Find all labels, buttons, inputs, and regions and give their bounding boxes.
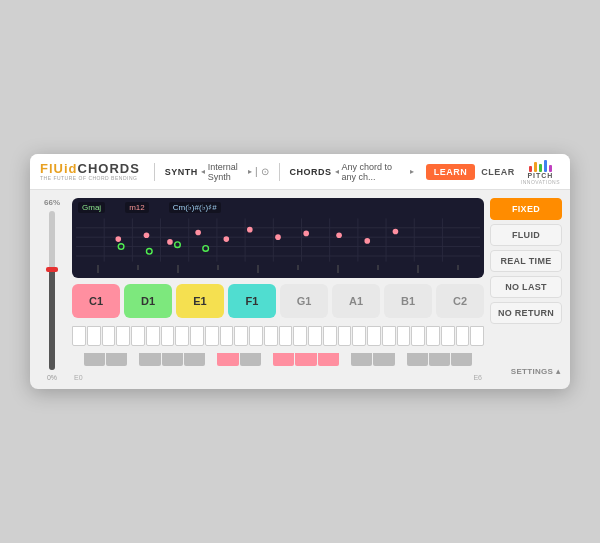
- white-key-5[interactable]: [131, 326, 145, 346]
- mode-noreturn-button[interactable]: NO RETURN: [490, 302, 562, 324]
- white-key-22[interactable]: [382, 326, 396, 346]
- chord-key-c1[interactable]: C1: [72, 284, 120, 318]
- white-key-2[interactable]: [87, 326, 101, 346]
- black-key-5[interactable]: [184, 353, 205, 366]
- synth-arrow-right: ▸: [248, 167, 252, 176]
- black-key-4[interactable]: [162, 353, 183, 366]
- white-key-14[interactable]: [264, 326, 278, 346]
- pitch-bar-3: [539, 164, 542, 172]
- key-spacer-start: [72, 353, 83, 366]
- settings-button[interactable]: SETTINGS ▴: [490, 362, 562, 381]
- synth-value[interactable]: Internal Synth: [208, 162, 245, 182]
- white-key-26[interactable]: [441, 326, 455, 346]
- chord-key-c2[interactable]: C2: [436, 284, 484, 318]
- black-key-3[interactable]: [139, 353, 160, 366]
- logo-part1: FlUid: [40, 161, 78, 176]
- white-key-4[interactable]: [116, 326, 130, 346]
- synth-label: SYNTH: [165, 167, 198, 177]
- white-key-16[interactable]: [293, 326, 307, 346]
- white-key-28[interactable]: [470, 326, 484, 346]
- white-key-18[interactable]: [323, 326, 337, 346]
- pitch-logo: PITCH INNOVATIONS: [521, 158, 560, 185]
- black-key-2[interactable]: [106, 353, 127, 366]
- black-key-1[interactable]: [84, 353, 105, 366]
- white-key-7[interactable]: [161, 326, 175, 346]
- black-key-13[interactable]: [407, 353, 428, 366]
- keyboard-black-keys: [72, 353, 484, 366]
- pitch-text: PITCH: [527, 172, 553, 179]
- white-key-8[interactable]: [175, 326, 189, 346]
- white-key-3[interactable]: [102, 326, 116, 346]
- chord-display-1: Gmaj: [78, 202, 105, 213]
- white-key-17[interactable]: [308, 326, 322, 346]
- black-key-14[interactable]: [429, 353, 450, 366]
- chord-display-3: Cm(♭)#(♭)♯#: [169, 202, 221, 213]
- chord-key-e1[interactable]: E1: [176, 284, 224, 318]
- black-key-8-active[interactable]: [273, 353, 294, 366]
- chord-key-f1[interactable]: F1: [228, 284, 276, 318]
- volume-track[interactable]: [49, 211, 55, 370]
- chords-section: CHORDS ◂ Any chord to any ch... ▸: [289, 162, 413, 182]
- chord-key-g1[interactable]: G1: [280, 284, 328, 318]
- left-panel: 66% 0%: [38, 198, 66, 381]
- sync-icon[interactable]: |: [255, 166, 258, 177]
- octave-labels: E0 E6: [72, 374, 484, 381]
- volume-thumb[interactable]: [46, 267, 58, 272]
- white-key-27[interactable]: [456, 326, 470, 346]
- center-panel: Gmaj m12 Cm(♭)#(♭)♯#: [72, 198, 484, 381]
- white-key-9[interactable]: [190, 326, 204, 346]
- synth-section: SYNTH ◂ Internal Synth ▸ | ⊙: [165, 162, 269, 182]
- chords-arrow-left: ◂: [335, 167, 339, 176]
- white-key-13[interactable]: [249, 326, 263, 346]
- white-key-11[interactable]: [220, 326, 234, 346]
- pitch-bars: [529, 158, 552, 172]
- white-key-12[interactable]: [234, 326, 248, 346]
- svg-point-20: [167, 239, 173, 245]
- white-key-24[interactable]: [411, 326, 425, 346]
- black-key-10-active[interactable]: [318, 353, 339, 366]
- white-key-10[interactable]: [205, 326, 219, 346]
- black-key-12[interactable]: [373, 353, 394, 366]
- keyboard-white-keys: [72, 326, 484, 346]
- synth-arrow-left: ◂: [201, 167, 205, 176]
- chord-buttons-row: C1 D1 E1 F1 G1 A1 B1 C2: [72, 284, 484, 318]
- chords-value[interactable]: Any chord to any ch...: [342, 162, 407, 182]
- black-key-6-active[interactable]: [217, 353, 238, 366]
- white-key-1[interactable]: [72, 326, 86, 346]
- svg-point-24: [275, 234, 281, 240]
- mode-fixed-button[interactable]: FIXED: [490, 198, 562, 220]
- header-divider-1: [154, 163, 155, 181]
- black-key-15[interactable]: [451, 353, 472, 366]
- chord-key-d1[interactable]: D1: [124, 284, 172, 318]
- white-key-19[interactable]: [338, 326, 352, 346]
- key-spacer-end: [473, 353, 484, 366]
- white-key-25[interactable]: [426, 326, 440, 346]
- mode-realtime-button[interactable]: REAL TIME: [490, 250, 562, 272]
- black-key-9-active[interactable]: [295, 353, 316, 366]
- volume-db: 0%: [47, 374, 57, 381]
- mode-nolast-button[interactable]: NO LAST: [490, 276, 562, 298]
- black-key-7[interactable]: [240, 353, 261, 366]
- mode-fluid-button[interactable]: FLUID: [490, 224, 562, 246]
- key-spacer-5: [340, 353, 351, 366]
- piano-roll-ticks: [74, 265, 482, 273]
- black-key-11[interactable]: [351, 353, 372, 366]
- svg-point-25: [303, 231, 309, 237]
- pitch-bar-4: [544, 160, 547, 172]
- white-key-20[interactable]: [352, 326, 366, 346]
- learn-button[interactable]: LEARN: [426, 164, 476, 180]
- piano-roll-header: Gmaj m12 Cm(♭)#(♭)♯#: [74, 200, 482, 215]
- key-spacer-4: [262, 353, 273, 366]
- white-key-23[interactable]: [397, 326, 411, 346]
- chord-key-b1[interactable]: B1: [384, 284, 432, 318]
- chord-key-a1[interactable]: A1: [332, 284, 380, 318]
- white-key-15[interactable]: [279, 326, 293, 346]
- white-key-6[interactable]: [146, 326, 160, 346]
- link-icon[interactable]: ⊙: [261, 166, 269, 177]
- clear-button[interactable]: CLEAR: [481, 167, 515, 177]
- main-content: 66% 0% Gmaj m12 Cm(♭)#(♭)♯#: [30, 190, 570, 389]
- pitch-bar-5: [549, 165, 552, 172]
- volume-percent: 66%: [44, 198, 60, 207]
- octave-label-e0: E0: [74, 374, 132, 381]
- white-key-21[interactable]: [367, 326, 381, 346]
